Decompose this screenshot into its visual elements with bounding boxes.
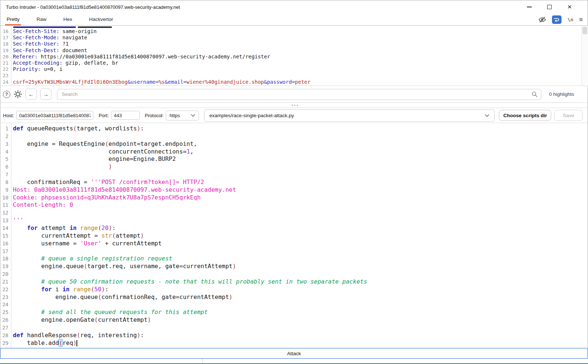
- code-line-text: def handleResponse(req, interesting):: [11, 332, 144, 339]
- line-number: 25: [0, 309, 11, 316]
- code-line: 7: [0, 171, 588, 179]
- code-line: 16Sec-Fetch-Site: same-origin: [0, 28, 588, 35]
- code-line: 20: [0, 270, 588, 278]
- code-line: 3 engine = RequestEngine(endpoint=target…: [0, 140, 588, 148]
- line-number: 3: [0, 140, 11, 148]
- code-line: 13''': [0, 217, 588, 224]
- panel-splitter[interactable]: [0, 103, 588, 108]
- target-config-bar: Host: Port: Protocol: https examples/rac…: [0, 108, 588, 123]
- search-prev-button[interactable]: ←: [25, 89, 37, 100]
- line-number: 17: [0, 248, 11, 255]
- line-number: 1: [0, 125, 11, 133]
- code-line: 9Host: 0a03001e03a8111f81d5e81400870097.…: [0, 186, 588, 194]
- code-line: 23 engine.queue(confirmationReq, gate=cu…: [0, 293, 588, 301]
- request-editor[interactable]: 16Sec-Fetch-Site: same-origin17Sec-Fetch…: [0, 28, 588, 85]
- line-number: 20: [0, 54, 11, 60]
- editor-menu-icon[interactable]: ≡: [579, 16, 583, 24]
- code-line: 2: [0, 133, 588, 140]
- line-number: 7: [0, 171, 11, 179]
- code-line: 28def handleResponse(req, interesting):: [0, 332, 588, 339]
- attack-row: Attack: [0, 348, 588, 359]
- host-input[interactable]: [16, 111, 93, 120]
- maximize-icon[interactable]: [546, 4, 552, 10]
- script-editor[interactable]: 1def queueRequests(target, wordlists):23…: [0, 125, 588, 347]
- request-editor-panel[interactable]: 16Sec-Fetch-Site: same-origin17Sec-Fetch…: [0, 26, 588, 86]
- save-button[interactable]: Save: [554, 110, 583, 121]
- help-icon[interactable]: ?: [3, 91, 10, 98]
- choose-scripts-dir-button[interactable]: Choose scripts dir: [499, 110, 551, 121]
- editor-toolbar-icons: \n ≡: [538, 14, 583, 25]
- line-number: 16: [0, 28, 11, 35]
- code-line-text: for attempt in range(20):: [11, 224, 115, 232]
- line-number: 23: [0, 72, 11, 79]
- line-number: 19: [0, 263, 11, 270]
- code-line: 14 for attempt in range(20):: [0, 224, 588, 232]
- line-number: 8: [0, 179, 11, 186]
- code-line: 19Sec-Fetch-Dest: document: [0, 47, 588, 54]
- line-number: 22: [0, 66, 11, 72]
- code-line: 18 # queue a single registration request: [0, 255, 588, 263]
- code-line-text: engine.queue(confirmationReq, gate=curre…: [11, 293, 232, 301]
- script-editor-panel[interactable]: 1def queueRequests(target, wordlists):23…: [0, 123, 588, 348]
- close-icon[interactable]: ✕: [567, 4, 573, 10]
- splitter-handle-icon[interactable]: [294, 105, 295, 106]
- window-controls: ✕: [526, 0, 588, 14]
- settings-gear-icon[interactable]: [14, 90, 22, 98]
- code-line: 6 ): [0, 163, 588, 171]
- search-input[interactable]: [57, 89, 541, 100]
- code-line: 25 # send all the queued requests for th…: [0, 309, 588, 316]
- attack-button[interactable]: Attack: [0, 348, 588, 359]
- code-line: 1def queueRequests(target, wordlists):: [0, 125, 588, 133]
- code-line-text: engine.openGate(currentAttempt): [11, 316, 151, 324]
- code-line: 8 confirmationReq = '''POST /confirm?tok…: [0, 179, 588, 186]
- code-line-text: Sec-Fetch-Dest: document: [11, 47, 87, 54]
- newline-chars-icon[interactable]: \n: [567, 17, 573, 22]
- script-select[interactable]: examples/race-single-packet-attack.py: [204, 109, 495, 122]
- host-label: Host:: [3, 113, 14, 118]
- code-line-text: username = 'User' + currentAttempt: [11, 240, 162, 248]
- code-line-text: engine.queue(target.req, username, gate=…: [11, 263, 236, 270]
- line-number: 4: [0, 148, 11, 156]
- eye-off-icon[interactable]: [538, 16, 546, 24]
- code-line-text: def queueRequests(target, wordlists):: [11, 125, 144, 133]
- code-line-text: engine=Engine.BURP2: [11, 155, 176, 163]
- code-line: 29 table.add(req): [0, 339, 588, 347]
- line-number: 9: [0, 186, 11, 194]
- chevron-down-icon: [485, 114, 489, 117]
- line-number: 18: [0, 255, 11, 263]
- code-line: 5 engine=Engine.BURP2: [0, 155, 588, 163]
- scrollbar-thumb[interactable]: [582, 27, 587, 34]
- tab-hackvertor[interactable]: Hackvertor: [88, 14, 114, 25]
- code-line: 24: [0, 301, 588, 309]
- line-number: 12: [0, 209, 11, 217]
- code-line-text: Sec-Fetch-User: ?1: [11, 41, 69, 47]
- code-line-text: for i in range(50):: [11, 286, 108, 293]
- minimize-icon[interactable]: [526, 4, 532, 10]
- code-line: 18Sec-Fetch-User: ?1: [0, 41, 588, 47]
- search-toolbar: ? ← → 0 highlights: [0, 86, 588, 103]
- code-line-text: csrf=25yKvTW3LMbsWr4LfjFdIlOi6On3Ebog&us…: [11, 79, 310, 85]
- tab-pretty[interactable]: Pretty: [5, 14, 21, 25]
- chevron-down-icon: [191, 114, 195, 117]
- tab-raw[interactable]: Raw: [35, 14, 48, 25]
- protocol-select[interactable]: https: [166, 111, 199, 120]
- clipped-line-15: [0, 26, 588, 28]
- line-number: 22: [0, 286, 11, 293]
- port-label: Port:: [99, 113, 108, 118]
- code-line: 21 # queue 50 confirmation requests - no…: [0, 278, 588, 286]
- message-editor-tabbar: Pretty Raw Hex Hackvertor \n ≡: [0, 14, 588, 26]
- tab-hex[interactable]: Hex: [62, 14, 74, 25]
- search-field-wrap: [57, 89, 541, 100]
- protocol-label: Protocol:: [145, 113, 164, 118]
- request-scrollbar[interactable]: [581, 26, 588, 86]
- code-line-text: table.add(req): [11, 339, 77, 347]
- code-line: 27: [0, 324, 588, 332]
- soft-wrap-icon[interactable]: [552, 15, 562, 24]
- line-number: 19: [0, 47, 11, 54]
- port-input[interactable]: [111, 111, 140, 120]
- line-number: 27: [0, 324, 11, 332]
- code-line: 17Sec-Fetch-Mode: navigate: [0, 35, 588, 41]
- search-next-button[interactable]: →: [40, 89, 51, 100]
- code-line-text: ''': [11, 217, 24, 224]
- line-number: 13: [0, 217, 11, 224]
